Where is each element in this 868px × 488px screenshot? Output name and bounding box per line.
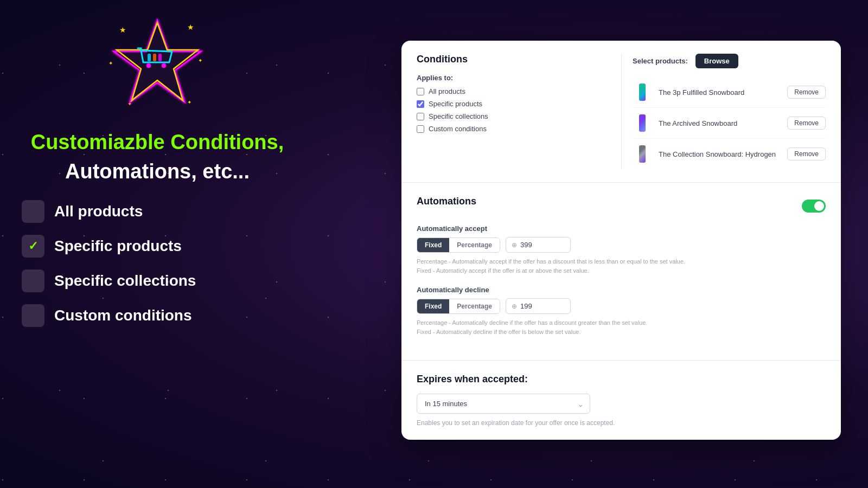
right-panel: Conditions Applies to: All products Spec…	[401, 41, 841, 440]
svg-text:✦: ✦	[187, 99, 192, 105]
svg-rect-10	[148, 54, 151, 61]
radio-specific-collections-label: Specific collections	[429, 112, 488, 120]
browse-button[interactable]: Browse	[695, 54, 738, 68]
radio-custom-conditions[interactable]: Custom conditions	[417, 125, 610, 133]
feature-all-products-label: All products	[54, 203, 143, 220]
auto-decline-input-row: Fixed Percentage ⊕	[417, 298, 826, 314]
accept-value-field[interactable]	[520, 241, 553, 249]
feature-specific-collections: Specific collections	[22, 269, 293, 292]
select-products-header: Select products: Browse	[633, 54, 826, 68]
auto-decline-hint1: Percentage - Automatically decline if th…	[417, 318, 826, 328]
product-name-2: The Archived Snowboard	[659, 119, 781, 127]
accept-currency-icon: ⊕	[512, 241, 517, 249]
svg-rect-11	[153, 54, 156, 61]
checkbox-specific-products-icon: ✓	[22, 235, 44, 258]
auto-accept-tab-group: Fixed Percentage	[417, 237, 500, 253]
product-name-1: The 3p Fulfilled Snowboard	[659, 88, 781, 97]
svg-text:★: ★	[187, 23, 194, 31]
auto-accept-subsection: Automatically accept Fixed Percentage ⊕ …	[417, 224, 826, 275]
decline-currency-icon: ⊕	[512, 303, 517, 310]
conditions-right: Select products: Browse The 3p Fulfilled…	[621, 54, 826, 169]
checkbox-custom-conditions-icon	[22, 304, 44, 327]
svg-text:★: ★	[119, 25, 126, 34]
svg-text:✦: ✦	[198, 57, 202, 63]
feature-custom-conditions-label: Custom conditions	[54, 307, 192, 324]
product-item-2: The Archived Snowboard Remove	[633, 108, 826, 139]
svg-marker-6	[114, 21, 201, 102]
checkbox-specific-products[interactable]	[417, 100, 424, 108]
accept-percentage-tab[interactable]: Percentage	[449, 238, 500, 252]
checkbox-all-products[interactable]	[417, 88, 424, 95]
product-thumb-3	[639, 145, 646, 163]
logo-area: ★ ★ ✦ ✦ ✦ ✦	[103, 16, 212, 119]
svg-rect-12	[158, 54, 162, 61]
checkbox-all-products-icon	[22, 200, 44, 223]
checkbox-custom-conditions[interactable]	[417, 125, 424, 133]
expires-select-wrapper: In 15 minutes In 30 minutes In 1 hour In…	[417, 394, 590, 414]
svg-point-9	[162, 63, 166, 68]
headline-line2: Automations, etc...	[31, 159, 284, 184]
product-thumbnail-3	[633, 144, 652, 164]
select-products-label: Select products:	[633, 57, 688, 65]
accept-value-input: ⊕	[506, 237, 571, 253]
product-item-3: The Collection Snowboard: Hydrogen Remov…	[633, 139, 826, 169]
svg-text:✦: ✦	[108, 60, 113, 66]
radio-all-products-label: All products	[429, 87, 465, 95]
product-thumb-1	[639, 84, 646, 101]
product-item-1: The 3p Fulfilled Snowboard Remove	[633, 77, 826, 108]
conditions-grid: Conditions Applies to: All products Spec…	[417, 54, 826, 169]
radio-specific-products-label: Specific products	[429, 100, 482, 108]
auto-decline-subsection: Automatically decline Fixed Percentage ⊕…	[417, 286, 826, 336]
star-cart-logo: ★ ★ ✦ ✦ ✦ ✦	[103, 16, 212, 119]
decline-fixed-tab[interactable]: Fixed	[417, 299, 449, 313]
auto-decline-tab-group: Fixed Percentage	[417, 299, 500, 314]
decline-value-input: ⊕	[506, 298, 571, 314]
automations-section: Automations Automatically accept Fixed P…	[401, 183, 841, 361]
accept-fixed-tab[interactable]: Fixed	[417, 238, 449, 252]
product-name-3: The Collection Snowboard: Hydrogen	[659, 150, 781, 158]
auto-accept-hint2: Fixed - Automaticly accept if the offer …	[417, 266, 826, 275]
headline: Customiazble Conditions, Automations, et…	[15, 130, 301, 184]
remove-product-2[interactable]: Remove	[787, 117, 826, 130]
feature-specific-collections-label: Specific collections	[54, 272, 196, 290]
conditions-left: Conditions Applies to: All products Spec…	[417, 54, 621, 169]
radio-specific-products[interactable]: Specific products	[417, 100, 610, 108]
feature-custom-conditions: Custom conditions	[22, 304, 293, 327]
left-panel: ★ ★ ✦ ✦ ✦ ✦	[0, 0, 315, 488]
expires-select[interactable]: In 15 minutes In 30 minutes In 1 hour In…	[417, 394, 590, 414]
expires-title: Expires when accepted:	[417, 374, 826, 385]
svg-point-8	[146, 63, 151, 68]
applies-to-label: Applies to:	[417, 74, 610, 82]
radio-all-products[interactable]: All products	[417, 87, 610, 95]
feature-all-products: All products	[22, 200, 293, 223]
feature-list: All products ✓ Specific products Specifi…	[0, 200, 315, 339]
feature-specific-products: ✓ Specific products	[22, 235, 293, 258]
automations-toggle[interactable]	[802, 200, 826, 213]
radio-custom-conditions-label: Custom conditions	[429, 125, 487, 133]
remove-product-3[interactable]: Remove	[787, 147, 826, 160]
expires-hint: Enables you to set an expiration date fo…	[417, 419, 826, 427]
radio-specific-collections[interactable]: Specific collections	[417, 112, 610, 120]
remove-product-1[interactable]: Remove	[787, 86, 826, 99]
automations-title: Automations	[417, 196, 476, 207]
feature-specific-products-label: Specific products	[54, 237, 182, 255]
auto-accept-input-row: Fixed Percentage ⊕	[417, 237, 826, 253]
conditions-section: Conditions Applies to: All products Spec…	[401, 41, 841, 183]
checkbox-specific-collections-icon	[22, 269, 44, 292]
headline-line1: Customiazble Conditions,	[31, 130, 284, 155]
decline-value-field[interactable]	[520, 302, 553, 310]
auto-accept-hint1: Percentage - Automatically accept if the…	[417, 257, 826, 266]
decline-percentage-tab[interactable]: Percentage	[449, 299, 500, 313]
auto-decline-label: Automatically decline	[417, 286, 826, 294]
checkbox-specific-collections[interactable]	[417, 113, 424, 120]
product-thumbnail-1	[633, 82, 652, 102]
conditions-title: Conditions	[417, 54, 610, 65]
expires-section: Expires when accepted: In 15 minutes In …	[401, 361, 841, 440]
auto-accept-label: Automatically accept	[417, 224, 826, 233]
auto-decline-hint2: Fixed - Automatically decline if the off…	[417, 328, 826, 337]
product-thumb-2	[639, 114, 646, 132]
product-thumbnail-2	[633, 113, 652, 133]
automations-header: Automations	[417, 196, 826, 216]
